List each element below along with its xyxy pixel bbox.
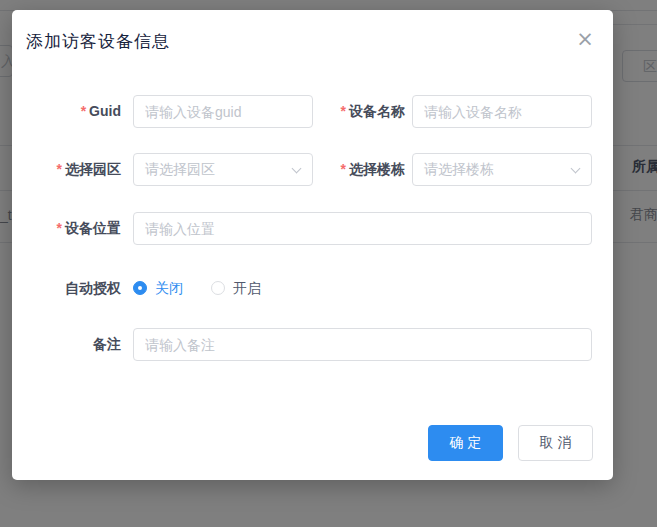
required-mark: * (57, 161, 62, 177)
form-row-guid-name: *Guid *设备名称 (12, 95, 613, 128)
form-row-auto-auth: 自动授权 关闭 开启 (12, 275, 613, 301)
radio-on[interactable]: 开启 (211, 275, 261, 301)
guid-input[interactable] (133, 95, 313, 128)
add-visitor-device-dialog: 添加访客设备信息 × *Guid *设备名称 *选择园区 请选择园区 *选择楼栋… (12, 10, 613, 480)
park-label: *选择园区 (12, 153, 121, 186)
cancel-button[interactable]: 取 消 (518, 425, 593, 461)
building-select-placeholder: 请选择楼栋 (424, 154, 494, 185)
confirm-button[interactable]: 确 定 (428, 425, 503, 461)
close-icon[interactable]: × (570, 24, 600, 54)
form-row-location: *设备位置 (12, 212, 613, 245)
guid-label: *Guid (12, 95, 121, 128)
location-label: *设备位置 (12, 212, 121, 245)
dialog-title: 添加访客设备信息 (26, 30, 170, 53)
auto-auth-label: 自动授权 (12, 275, 121, 301)
required-mark: * (57, 220, 62, 236)
required-mark: * (341, 161, 346, 177)
app-window: 入 区 所属 _te 君商务 添加访客设备信息 × *Guid *设备名称 *选… (0, 0, 657, 527)
form-row-remark: 备注 (12, 328, 613, 361)
building-label: *选择楼栋 (296, 153, 405, 186)
form-row-park-building: *选择园区 请选择园区 *选择楼栋 请选择楼栋 (12, 153, 613, 186)
radio-on-label: 开启 (233, 275, 261, 301)
building-select[interactable]: 请选择楼栋 (412, 153, 592, 186)
required-mark: * (341, 103, 346, 119)
park-select[interactable]: 请选择园区 (133, 153, 313, 186)
chevron-down-icon (571, 164, 581, 174)
device-name-label: *设备名称 (296, 95, 405, 128)
radio-selected-icon (133, 281, 147, 295)
radio-off-label: 关闭 (155, 275, 183, 301)
radio-off[interactable]: 关闭 (133, 275, 183, 301)
required-mark: * (81, 103, 86, 119)
remark-label: 备注 (12, 328, 121, 361)
auto-auth-radio-group: 关闭 开启 (133, 275, 289, 301)
device-name-input[interactable] (412, 95, 592, 128)
location-input[interactable] (133, 212, 592, 245)
remark-input[interactable] (133, 328, 592, 361)
radio-unselected-icon (211, 281, 225, 295)
park-select-placeholder: 请选择园区 (145, 154, 215, 185)
